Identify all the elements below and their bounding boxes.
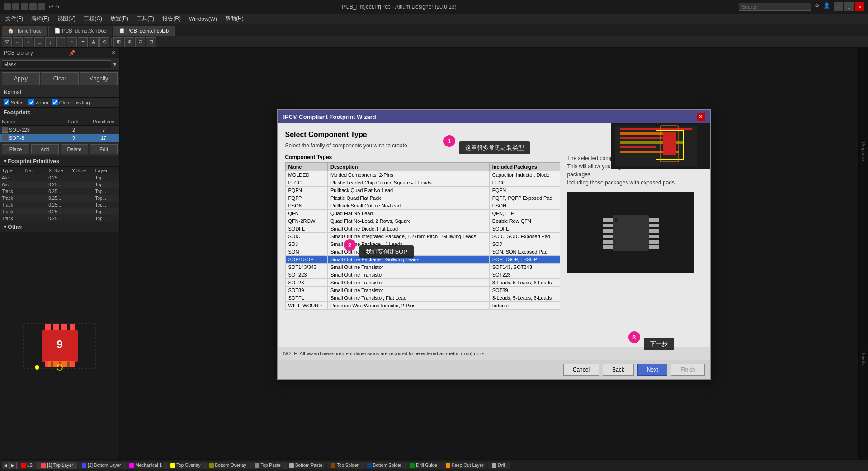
comp-row-qfn2row[interactable]: QFN-2ROW Quad Flat No-Lead, 2 Rows, Squa…	[285, 217, 560, 225]
comp-row-sotfl[interactable]: SOTFL Small Outline Transistor, Flat Lea…	[285, 294, 560, 302]
tool-rect[interactable]: □	[34, 37, 44, 47]
app-icons	[4, 3, 45, 10]
menu-tools[interactable]: 工具(T)	[133, 14, 158, 24]
comp-cell-packages: QFN, LLP	[489, 210, 560, 217]
menu-window[interactable]: Window(W)	[185, 15, 221, 23]
comp-row-sodfl[interactable]: SODFL Small Outline Diode, Flat Lead SOD…	[285, 225, 560, 233]
select-checkbox-label[interactable]: Select	[4, 99, 25, 105]
tool-circle[interactable]: ○	[67, 37, 77, 47]
back-button[interactable]: Back	[603, 364, 634, 376]
tool-zoom-minus[interactable]: ⊖	[135, 37, 145, 47]
add-button[interactable]: Add	[31, 144, 59, 154]
comp-row-soj[interactable]: SOJ Small Outline Package - J Leads SOJ	[285, 240, 560, 248]
cancel-button[interactable]: Cancel	[563, 364, 599, 376]
primitives-expand-icon[interactable]: ▾	[4, 158, 6, 165]
tool-copy[interactable]: ⊙	[99, 37, 109, 47]
menu-reports[interactable]: 报告(R)	[159, 14, 184, 24]
tool-zoom-plus[interactable]: ⊕	[124, 37, 134, 47]
redo-icon[interactable]: ↪	[55, 4, 60, 10]
dialog-close-button[interactable]: ✕	[697, 113, 705, 121]
comp-row-pqfn[interactable]: PQFN Pullback Quad Flat No-Lead PQFN	[285, 187, 560, 194]
edit-button[interactable]: Edit	[90, 144, 118, 154]
fp-row-sod123[interactable]: SOD-123 2 7	[0, 126, 119, 134]
tab-pcblib[interactable]: 📋 PCB_demo.PcbLib	[113, 26, 175, 36]
layer-tab-top-paste[interactable]: Top Paste	[250, 462, 284, 469]
comp-row-soic[interactable]: SOIC Small Outline Integrated Package, 1…	[285, 233, 560, 240]
minimize-button[interactable]: ─	[834, 2, 843, 11]
zoom-checkbox-label[interactable]: Zoom	[28, 99, 48, 105]
mask-input[interactable]	[2, 60, 111, 68]
panel-close-icon[interactable]: ✕	[111, 50, 116, 56]
select-checkbox[interactable]	[4, 99, 9, 105]
user-icon[interactable]: 👤	[823, 2, 830, 11]
tool-filter[interactable]: ▽	[2, 37, 12, 47]
panel-pin-icon[interactable]: 📌	[69, 50, 75, 56]
undo-icon[interactable]: ↩	[49, 4, 53, 10]
layer-tab-bottom[interactable]: [2] Bottom Layer	[78, 462, 125, 469]
tab-home-page[interactable]: 🏠 Home Page	[2, 26, 47, 36]
layer-nav-right[interactable]: ▶	[9, 462, 17, 469]
comp-cell-packages: 3-Leads, 5-Leads, 6-Leads	[489, 279, 560, 287]
tool-star[interactable]: ✦	[78, 37, 88, 47]
tool-zoom-area[interactable]: ⊞	[113, 37, 123, 47]
layer-tab-mech1[interactable]: Mechanical 1	[125, 462, 166, 469]
comp-row-qfn[interactable]: QFN Quad Flat No-Lead QFN, LLP	[285, 210, 560, 217]
menu-place[interactable]: 放置(P)	[107, 14, 132, 24]
tab-schdoc[interactable]: 📄 PCB_demo.SchDoc	[48, 26, 112, 36]
maximize-button[interactable]: □	[844, 2, 854, 11]
tool-download[interactable]: ↓	[45, 37, 55, 47]
comp-row-molded[interactable]: MOLDED Molded Components, 2-Pins Capacit…	[285, 171, 560, 179]
layer-tab-keepout[interactable]: Keep-Out Layer	[442, 462, 488, 469]
comp-row-sot23[interactable]: SOT23 Small Outline Transistor 3-Leads, …	[285, 279, 560, 287]
comp-row-sot143343[interactable]: SOT143/343 Small Outline Transistor SOT1…	[285, 264, 560, 271]
comp-row-pqfp[interactable]: PQFP Plastic Quad Flat Pack PQFP, PQFP E…	[285, 194, 560, 202]
comp-row-sot223[interactable]: SOT223 Small Outline Transistor SOT223	[285, 271, 560, 279]
prim-header-ysize: Y-Size	[72, 168, 94, 173]
comp-row-plcc[interactable]: PLCC Plastic Leaded Chip Carrier, Square…	[285, 179, 560, 187]
layer-nav-left[interactable]: ◀	[2, 462, 9, 469]
layer-tab-ls[interactable]: LS	[17, 462, 37, 469]
menu-file[interactable]: 文件(F)	[2, 14, 27, 24]
layer-tab-bottom-overlay[interactable]: Bottom Overlay	[205, 462, 250, 469]
magnify-button[interactable]: Magnify	[80, 72, 118, 85]
comp-row-pson[interactable]: PSON Pullback Small Outline No-Lead PSON	[285, 202, 560, 210]
menu-help[interactable]: 帮助(H)	[222, 14, 247, 24]
tool-text[interactable]: A	[89, 37, 99, 47]
layer-tab-top-overlay[interactable]: Top Overlay	[166, 462, 204, 469]
layer-tab-drill[interactable]: Drill	[488, 462, 509, 469]
tool-brush[interactable]: ~	[56, 37, 66, 47]
menu-edit[interactable]: 编辑(E)	[28, 14, 53, 24]
menu-project[interactable]: 工程(C)	[80, 14, 106, 24]
clear-existing-checkbox-label[interactable]: Clear Existing	[52, 99, 90, 105]
tool-fit[interactable]: ⊡	[146, 37, 156, 47]
zoom-checkbox[interactable]	[28, 99, 34, 105]
delete-button[interactable]: Delete	[61, 144, 88, 154]
next-button[interactable]: Next	[637, 364, 668, 376]
clear-existing-checkbox[interactable]	[52, 99, 58, 105]
title-bar-right: ⚙ 👤 ─ □ ✕	[739, 2, 864, 11]
place-button[interactable]: Place	[2, 144, 29, 154]
comp-row-soptsop[interactable]: SOP/TSOP Small Outline Package - Gullwin…	[285, 256, 560, 264]
finish-button[interactable]: Finish	[671, 364, 704, 376]
component-table-wrapper[interactable]: Name Description Included Packages MOLDE…	[285, 162, 560, 334]
layer-tab-bottom-solder[interactable]: Bottom Solder	[363, 462, 406, 469]
comp-row-wirewound[interactable]: WIRE WOUND Precision Wire Wound Inductor…	[285, 302, 560, 310]
tool-add[interactable]: +	[24, 37, 33, 47]
settings-icon[interactable]: ⚙	[815, 2, 820, 11]
other-expand-icon[interactable]: ▾	[4, 224, 6, 230]
fp-row-sop8[interactable]: SOP-8 9 17	[0, 134, 119, 142]
comp-row-son[interactable]: SON Small Outline No-Lead SON, SON Expos…	[285, 248, 560, 256]
layer-tab-drill-guide[interactable]: Drill Guide	[406, 462, 441, 469]
layer-tab-bottom-paste[interactable]: Bottom Paste	[285, 462, 326, 469]
tool-select[interactable]: ↔	[13, 37, 23, 47]
apply-button[interactable]: Apply	[2, 72, 40, 85]
filter-dropdown-icon[interactable]: ▼	[112, 61, 118, 67]
menu-view[interactable]: 视图(V)	[54, 14, 79, 24]
layer-label-drill-guide: Drill Guide	[416, 463, 437, 468]
layer-tab-top-solder[interactable]: Top Solder	[327, 462, 363, 469]
clear-button[interactable]: Clear	[41, 72, 79, 85]
close-button[interactable]: ✕	[855, 2, 864, 11]
global-search-input[interactable]	[739, 3, 811, 11]
layer-tab-top[interactable]: [1] Top Layer	[37, 462, 77, 469]
comp-row-sot89[interactable]: SOT89 Small Outline Transistor SOT89	[285, 287, 560, 294]
